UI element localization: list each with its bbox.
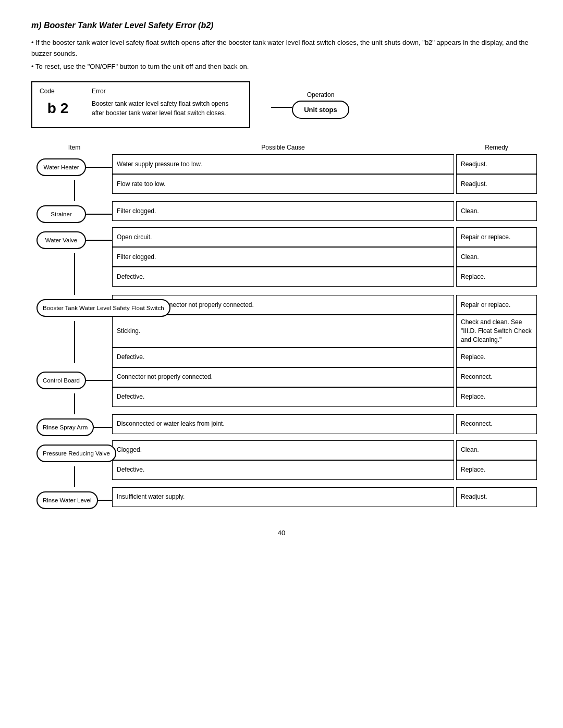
item-oval-7: Rinse Water Level bbox=[36, 491, 98, 509]
cr-row-5-0: Disconnected or water leaks from joint.R… bbox=[112, 414, 537, 434]
cause-7-0: Insufficient water supply. bbox=[112, 487, 454, 507]
remedy-6-0: Clean. bbox=[456, 440, 537, 460]
error-box: Code Error b 2 Booster tank water level … bbox=[31, 81, 250, 128]
connector-line bbox=[271, 107, 292, 108]
remedy-7-0: Readjust. bbox=[456, 487, 537, 507]
cr-row-3-1: Sticking.Check and clean. See "III.D. Fl… bbox=[112, 315, 537, 347]
cause-6-0: Clogged. bbox=[112, 440, 454, 460]
diagram-headers: Item Possible Cause Remedy bbox=[36, 144, 537, 151]
cause-2-0: Open circuit. bbox=[112, 227, 454, 247]
cr-row-6-1: Defective.Replace. bbox=[112, 460, 537, 480]
item-group-5: Rinse Spray ArmDisconnected or water lea… bbox=[36, 414, 537, 440]
remedy-6-1: Replace. bbox=[456, 460, 537, 480]
cr-row-0-0: Water supply pressure too low.Readjust. bbox=[112, 154, 537, 174]
item-group-1: StrainerFilter clogged.Clean. bbox=[36, 201, 537, 227]
error-label: Error bbox=[92, 88, 242, 95]
cr-row-4-0: Connector not properly connected.Reconne… bbox=[112, 367, 537, 387]
intro-section: • If the booster tank water level safety… bbox=[31, 38, 532, 72]
cr-row-1-0: Filter clogged.Clean. bbox=[112, 201, 537, 221]
cause-2-2: Defective. bbox=[112, 267, 454, 287]
cr-row-7-0: Insufficient water supply.Readjust. bbox=[112, 487, 537, 507]
item-oval-4: Control Board bbox=[36, 372, 86, 389]
operation-block: Operation Unit stops bbox=[292, 91, 349, 119]
cause-3-1: Sticking. bbox=[112, 315, 454, 347]
diagram: Item Possible Cause Remedy Water HeaterW… bbox=[36, 144, 537, 513]
cr-row-2-0: Open circuit.Repair or replace. bbox=[112, 227, 537, 247]
error-code: b 2 bbox=[40, 100, 76, 117]
item-oval-1: Strainer bbox=[36, 205, 86, 223]
cr-row-2-2: Defective.Replace. bbox=[112, 267, 537, 287]
remedy-5-0: Reconnect. bbox=[456, 414, 537, 434]
remedy-3-2: Replace. bbox=[456, 348, 537, 367]
cr-row-6-0: Clogged.Clean. bbox=[112, 440, 537, 460]
remedy-3-1: Check and clean. See "III.D. Float Switc… bbox=[456, 315, 537, 347]
cr-row-4-1: Defective.Replace. bbox=[112, 387, 537, 407]
header-item: Item bbox=[36, 144, 112, 151]
remedy-4-0: Reconnect. bbox=[456, 367, 537, 387]
remedy-2-2: Replace. bbox=[456, 267, 537, 287]
item-oval-3: Booster Tank Water Level Safety Float Sw… bbox=[36, 299, 170, 317]
code-label: Code bbox=[40, 88, 76, 95]
item-oval-6: Pressure Reducing Valve bbox=[36, 445, 116, 462]
error-section: Code Error b 2 Booster tank water level … bbox=[31, 81, 532, 128]
remedy-2-0: Repair or replace. bbox=[456, 227, 537, 247]
cause-4-1: Defective. bbox=[112, 387, 454, 407]
cr-row-0-1: Flow rate too low.Readjust. bbox=[112, 174, 537, 194]
cr-row-3-2: Defective.Replace. bbox=[112, 348, 537, 367]
cause-6-1: Defective. bbox=[112, 460, 454, 480]
remedy-0-1: Readjust. bbox=[456, 174, 537, 194]
item-group-4: Control BoardConnector not properly conn… bbox=[36, 367, 537, 414]
cr-row-2-1: Filter clogged.Clean. bbox=[112, 247, 537, 267]
item-group-7: Rinse Water LevelInsufficient water supp… bbox=[36, 487, 537, 513]
cause-0-0: Water supply pressure too low. bbox=[112, 154, 454, 174]
item-oval-5: Rinse Spray Arm bbox=[36, 418, 94, 436]
intro-bullet1: • If the booster tank water level safety… bbox=[31, 38, 532, 59]
cause-2-1: Filter clogged. bbox=[112, 247, 454, 267]
error-description: Booster tank water level safety float sw… bbox=[92, 99, 242, 118]
item-oval-2: Water Valve bbox=[36, 231, 86, 249]
cause-0-1: Flow rate too low. bbox=[112, 174, 454, 194]
remedy-3-0: Repair or replace. bbox=[456, 295, 537, 315]
remedy-0-0: Readjust. bbox=[456, 154, 537, 174]
item-oval-0: Water Heater bbox=[36, 158, 86, 176]
cr-row-3-0: Open circuit or connector not properly c… bbox=[112, 295, 537, 315]
header-cause: Possible Cause bbox=[112, 144, 454, 151]
remedy-2-1: Clean. bbox=[456, 247, 537, 267]
remedy-1-0: Clean. bbox=[456, 201, 537, 221]
cause-1-0: Filter clogged. bbox=[112, 201, 454, 221]
item-group-3: Booster Tank Water Level Safety Float Sw… bbox=[36, 295, 537, 367]
remedy-4-1: Replace. bbox=[456, 387, 537, 407]
intro-bullet2: • To reset, use the "ON/OFF" button to t… bbox=[31, 61, 532, 72]
header-remedy: Remedy bbox=[456, 144, 537, 151]
cause-4-0: Connector not properly connected. bbox=[112, 367, 454, 387]
item-group-6: Pressure Reducing ValveClogged.Clean.Def… bbox=[36, 440, 537, 487]
page-number: 40 bbox=[31, 529, 532, 537]
diagram-body: Water HeaterWater supply pressure too lo… bbox=[36, 154, 537, 513]
operation-oval: Unit stops bbox=[292, 101, 349, 119]
page-title: m) Booster Tank Water Level Safety Error… bbox=[31, 21, 532, 30]
item-group-2: Water ValveOpen circuit.Repair or replac… bbox=[36, 227, 537, 295]
cause-3-2: Defective. bbox=[112, 348, 454, 367]
item-group-0: Water HeaterWater supply pressure too lo… bbox=[36, 154, 537, 201]
operation-label: Operation bbox=[307, 91, 335, 98]
cause-5-0: Disconnected or water leaks from joint. bbox=[112, 414, 454, 434]
